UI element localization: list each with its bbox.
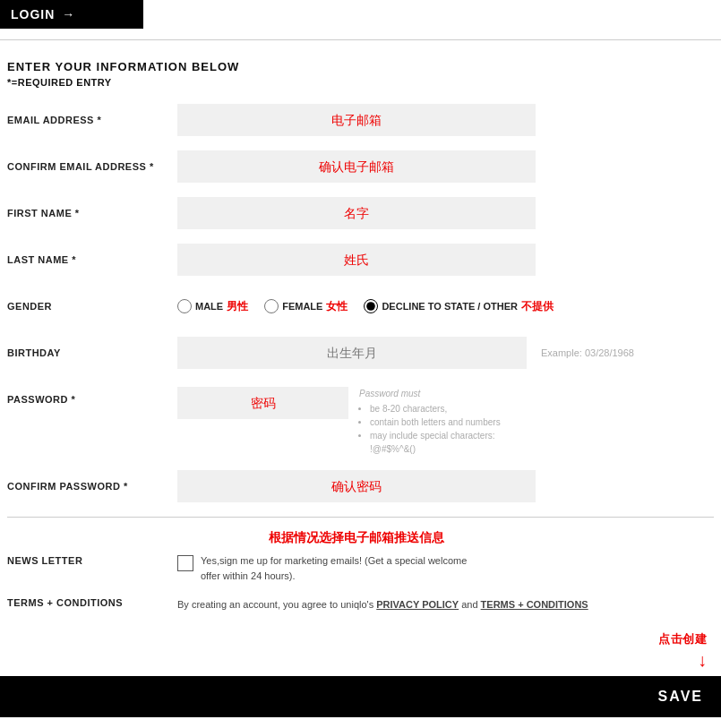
birthday-row: BIRTHDAY Example: 03/28/1968	[7, 337, 714, 369]
confirm-email-label: CONFIRM EMAIL ADDRESS *	[7, 161, 177, 172]
header-bar[interactable]: LOGIN →	[0, 0, 143, 29]
gender-female-label-en: FEMALE	[282, 301, 322, 312]
newsletter-checkbox[interactable]	[177, 555, 193, 571]
main-content: ENTER YOUR INFORMATION BELOW *=REQUIRED …	[0, 51, 721, 669]
click-create-label: 点击创建	[658, 631, 707, 647]
birthday-wrap: Example: 03/28/1968	[177, 337, 714, 369]
first-name-input-wrap	[177, 197, 536, 229]
hint-item-3: may include special characters: !@#$%^&(…	[370, 429, 502, 456]
first-name-row: FIRST NAME *	[7, 197, 714, 229]
save-bar: SAVE	[0, 676, 721, 717]
login-button[interactable]: LOGIN →	[11, 7, 75, 21]
gender-other-option[interactable]: DECLINE TO STATE / OTHER 不提供	[364, 299, 554, 314]
confirm-password-input-wrap	[177, 470, 536, 502]
email-input-wrap	[177, 104, 536, 136]
hint-title: Password must	[359, 387, 502, 400]
confirm-password-label: CONFIRM PASSWORD *	[7, 481, 177, 492]
first-name-input[interactable]	[177, 197, 536, 229]
password-row: PASSWORD * Password must be 8-20 charact…	[7, 383, 714, 456]
password-input-wrap	[177, 387, 348, 419]
terms-label: TERMS + CONDITIONS	[7, 597, 177, 608]
newsletter-content: 根据情况选择电子邮箱推送信息 Yes,sign me up for market…	[177, 530, 536, 583]
confirm-email-row: CONFIRM EMAIL ADDRESS *	[7, 150, 714, 183]
last-name-row: LAST NAME *	[7, 244, 714, 276]
terms-middle: and	[459, 599, 480, 610]
gender-male-radio[interactable]	[177, 299, 192, 313]
privacy-policy-link[interactable]: PRIVACY POLICY	[376, 599, 459, 610]
save-section: 点击创建 ↓	[7, 631, 714, 669]
mid-divider	[7, 517, 714, 518]
gender-male-label-cn: 男性	[227, 299, 248, 314]
terms-text: By creating an account, you agree to uni…	[177, 597, 588, 613]
terms-prefix: By creating an account, you agree to uni…	[177, 599, 376, 610]
confirm-email-input-wrap	[177, 150, 536, 183]
newsletter-row: NEWS LETTER 根据情况选择电子邮箱推送信息 Yes,sign me u…	[7, 530, 714, 583]
gender-female-label-cn: 女性	[326, 299, 348, 314]
gender-male-label-en: MALE	[195, 301, 223, 312]
down-arrow-icon: ↓	[698, 651, 707, 669]
gender-other-label-en: DECLINE TO STATE / OTHER	[382, 301, 518, 312]
terms-conditions-link[interactable]: TERMS + CONDITIONS	[481, 599, 588, 610]
confirm-password-row: CONFIRM PASSWORD *	[7, 470, 714, 502]
gender-other-radio[interactable]	[364, 299, 378, 313]
password-label: PASSWORD *	[7, 387, 177, 405]
birthday-input[interactable]	[177, 337, 527, 369]
last-name-input[interactable]	[177, 244, 536, 276]
hint-item-1: be 8-20 characters,	[370, 402, 502, 415]
section-title: ENTER YOUR INFORMATION BELOW	[7, 60, 714, 73]
gender-male-option[interactable]: MALE男性	[177, 299, 248, 314]
newsletter-label: NEWS LETTER	[7, 530, 177, 566]
confirm-email-input[interactable]	[177, 150, 536, 183]
newsletter-checkbox-wrap: Yes,sign me up for marketing emails! (Ge…	[177, 553, 536, 583]
top-divider	[0, 39, 721, 40]
hint-item-2: contain both letters and numbers	[370, 415, 502, 429]
birthday-label: BIRTHDAY	[7, 347, 177, 358]
gender-row: GENDER MALE男性 FEMALE女性 DECLINE TO STATE …	[7, 290, 714, 322]
email-row: EMAIL ADDRESS *	[7, 104, 714, 136]
hint-list: be 8-20 characters, contain both letters…	[359, 402, 502, 456]
gender-label: GENDER	[7, 301, 177, 312]
password-hint: Password must be 8-20 characters, contai…	[359, 387, 502, 456]
gender-options: MALE男性 FEMALE女性 DECLINE TO STATE / OTHER…	[177, 299, 554, 314]
required-note: *=REQUIRED ENTRY	[7, 77, 714, 88]
login-arrow: →	[62, 7, 75, 21]
login-label: LOGIN	[11, 7, 55, 21]
gender-female-option[interactable]: FEMALE女性	[264, 299, 348, 314]
save-button[interactable]: SAVE	[658, 689, 703, 705]
email-label: EMAIL ADDRESS *	[7, 115, 177, 125]
email-input[interactable]	[177, 104, 536, 136]
last-name-label: LAST NAME *	[7, 254, 177, 265]
newsletter-title: 根据情况选择电子邮箱推送信息	[177, 530, 536, 546]
first-name-label: FIRST NAME *	[7, 208, 177, 218]
birthday-example: Example: 03/28/1968	[541, 347, 634, 358]
gender-other-label-cn: 不提供	[521, 299, 554, 314]
last-name-input-wrap	[177, 244, 536, 276]
gender-female-radio[interactable]	[264, 299, 279, 313]
password-input[interactable]	[177, 387, 348, 419]
terms-row: TERMS + CONDITIONS By creating an accoun…	[7, 597, 714, 613]
confirm-password-input[interactable]	[177, 470, 536, 502]
newsletter-text: Yes,sign me up for marketing emails! (Ge…	[201, 553, 487, 583]
